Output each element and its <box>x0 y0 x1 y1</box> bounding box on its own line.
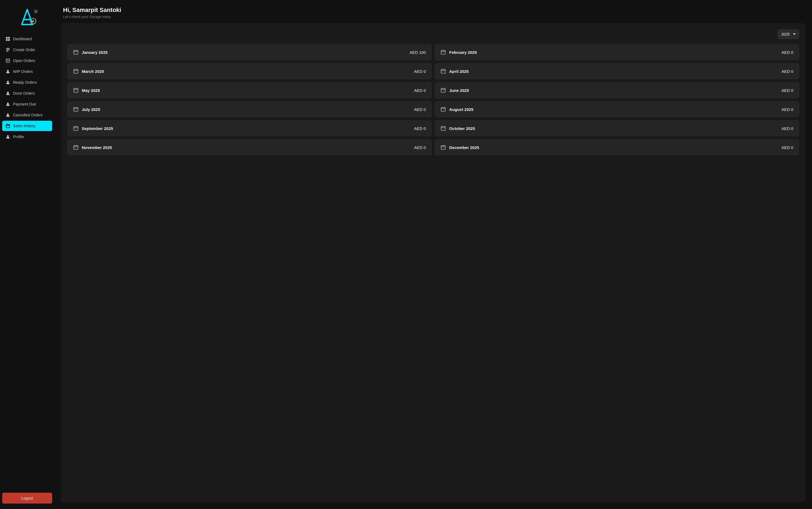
month-name: August 2025 <box>449 107 473 112</box>
sidebar-bottom: Logout <box>0 489 54 509</box>
month-card[interactable]: January 2025AED 100 <box>67 44 432 60</box>
sidebar: Dashboard Create Order Ope <box>0 0 54 509</box>
calendar-icon <box>73 69 78 74</box>
svg-rect-16 <box>8 37 10 39</box>
svg-rect-51 <box>74 89 78 93</box>
calendar-icon <box>441 145 446 150</box>
calendar-icon <box>441 107 446 112</box>
svg-rect-35 <box>74 50 78 55</box>
month-left: March 2025 <box>73 69 104 74</box>
svg-rect-43 <box>74 70 78 73</box>
sidebar-label-sales-history: Sales History <box>13 124 35 128</box>
svg-line-9 <box>35 23 36 24</box>
month-card[interactable]: May 2025AED 0 <box>67 82 432 98</box>
logo-area <box>0 0 54 32</box>
sidebar-item-payment-due[interactable]: Payment Due <box>2 99 52 109</box>
sidebar-item-profile[interactable]: Profile <box>2 132 52 142</box>
month-amount: AED 0 <box>414 69 426 74</box>
calendar-icon <box>73 49 78 55</box>
calendar-icon <box>441 88 446 93</box>
month-amount: AED 0 <box>414 145 426 150</box>
month-card[interactable]: August 2025AED 0 <box>435 101 799 117</box>
svg-rect-20 <box>6 49 10 50</box>
sidebar-label-done-orders: Done Orders <box>13 91 35 96</box>
sidebar-label-create-order: Create Order <box>13 47 35 52</box>
svg-point-29 <box>7 113 9 115</box>
svg-rect-19 <box>6 48 10 49</box>
svg-rect-63 <box>441 108 445 111</box>
sidebar-item-cancelled-orders[interactable]: Cancelled Orders <box>2 110 52 120</box>
month-left: January 2025 <box>73 49 108 55</box>
cancelled-orders-icon <box>5 112 10 117</box>
svg-point-26 <box>7 81 9 82</box>
month-card[interactable]: October 2025AED 0 <box>435 121 799 136</box>
calendar-icon <box>73 88 78 93</box>
month-left: August 2025 <box>441 107 473 112</box>
sidebar-item-ready-orders[interactable]: Ready Orders <box>2 77 52 88</box>
create-order-icon <box>5 47 10 52</box>
wip-orders-icon <box>5 69 10 74</box>
month-card[interactable]: June 2025AED 0 <box>435 82 799 98</box>
calendar-icon <box>441 49 446 55</box>
months-grid: January 2025AED 100 February 2025AED 0 M… <box>67 44 799 155</box>
month-amount: AED 0 <box>782 50 793 55</box>
sidebar-item-open-orders[interactable]: Open Orders <box>2 56 52 66</box>
year-select[interactable]: 202320242025 <box>778 30 799 39</box>
month-left: April 2025 <box>441 69 469 74</box>
svg-rect-47 <box>441 70 445 73</box>
month-name: September 2025 <box>82 126 113 131</box>
svg-rect-59 <box>74 108 78 111</box>
month-name: June 2025 <box>449 88 469 93</box>
svg-rect-18 <box>8 39 10 41</box>
month-card[interactable]: February 2025AED 0 <box>435 44 799 60</box>
greeting-text: Hi, Samarpit Santoki <box>63 6 803 13</box>
month-card[interactable]: March 2025AED 0 <box>67 63 432 79</box>
sidebar-item-wip-orders[interactable]: WIP Orders <box>2 66 52 77</box>
logout-button[interactable]: Logout <box>2 493 52 504</box>
month-left: October 2025 <box>441 126 475 131</box>
month-name: February 2025 <box>449 50 477 55</box>
sidebar-label-profile: Profile <box>13 135 24 139</box>
sidebar-item-dashboard[interactable]: Dashboard <box>2 34 52 44</box>
sidebar-label-wip-orders: WIP Orders <box>13 69 33 74</box>
svg-rect-55 <box>441 89 445 93</box>
month-amount: AED 0 <box>414 126 426 131</box>
done-orders-icon <box>5 91 10 96</box>
svg-rect-79 <box>441 146 445 149</box>
svg-point-27 <box>7 92 9 93</box>
nav-menu: Dashboard Create Order Ope <box>0 32 54 489</box>
profile-icon <box>5 134 10 139</box>
year-selector-row: 202320242025 <box>67 30 799 39</box>
svg-rect-30 <box>6 125 10 128</box>
month-name: December 2025 <box>449 145 479 150</box>
month-left: July 2025 <box>73 107 100 112</box>
sidebar-item-sales-history[interactable]: Sales History <box>2 121 52 131</box>
sales-history-icon <box>5 124 10 128</box>
sidebar-label-ready-orders: Ready Orders <box>13 80 37 84</box>
month-left: September 2025 <box>73 126 113 131</box>
svg-point-34 <box>7 135 9 137</box>
svg-line-10 <box>35 19 36 19</box>
sidebar-label-open-orders: Open Orders <box>13 59 35 63</box>
month-amount: AED 0 <box>414 107 426 112</box>
svg-rect-21 <box>6 51 8 52</box>
month-left: February 2025 <box>441 49 477 55</box>
svg-rect-17 <box>6 39 8 41</box>
calendar-icon <box>73 145 78 150</box>
svg-point-3 <box>32 20 34 22</box>
month-card[interactable]: December 2025AED 0 <box>435 139 799 155</box>
month-card[interactable]: November 2025AED 0 <box>67 139 432 155</box>
calendar-icon <box>73 107 78 112</box>
month-card[interactable]: April 2025AED 0 <box>435 63 799 79</box>
sidebar-item-create-order[interactable]: Create Order <box>2 44 52 55</box>
sidebar-label-cancelled-orders: Cancelled Orders <box>13 113 43 117</box>
svg-rect-15 <box>6 37 8 39</box>
month-left: May 2025 <box>73 88 100 93</box>
main-content: Hi, Samarpit Santoki Let's check your Ga… <box>54 0 812 509</box>
open-orders-icon <box>5 58 10 63</box>
month-card[interactable]: July 2025AED 0 <box>67 101 432 117</box>
month-card[interactable]: September 2025AED 0 <box>67 121 432 136</box>
svg-line-8 <box>31 19 31 19</box>
sidebar-item-done-orders[interactable]: Done Orders <box>2 88 52 98</box>
sidebar-label-payment-due: Payment Due <box>13 102 36 106</box>
